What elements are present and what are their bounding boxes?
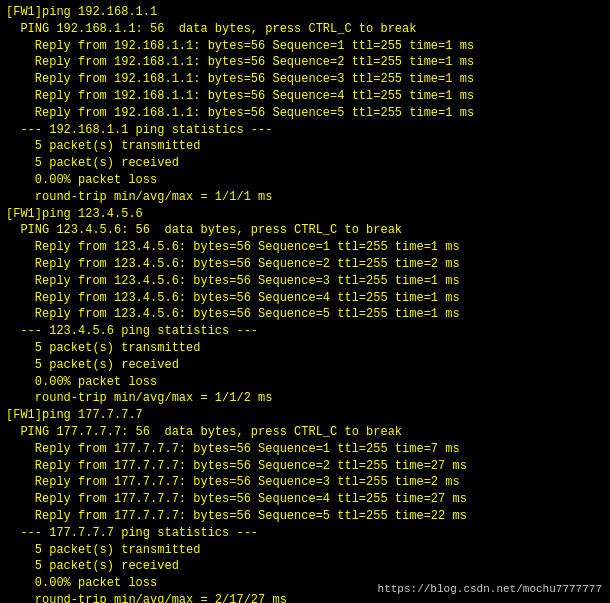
- terminal-line: --- 177.7.7.7 ping statistics ---: [6, 525, 604, 542]
- watermark: https://blog.csdn.net/mochu7777777: [378, 582, 602, 597]
- terminal-line: Reply from 192.168.1.1: bytes=56 Sequenc…: [6, 38, 604, 55]
- terminal-line: [FW1]ping 123.4.5.6: [6, 206, 604, 223]
- terminal-line: Reply from 123.4.5.6: bytes=56 Sequence=…: [6, 256, 604, 273]
- terminal-line: Reply from 177.7.7.7: bytes=56 Sequence=…: [6, 441, 604, 458]
- terminal-line: Reply from 177.7.7.7: bytes=56 Sequence=…: [6, 508, 604, 525]
- terminal-line: 0.00% packet loss: [6, 374, 604, 391]
- terminal-line: 5 packet(s) received: [6, 155, 604, 172]
- terminal-line: Reply from 177.7.7.7: bytes=56 Sequence=…: [6, 474, 604, 491]
- terminal-line: Reply from 123.4.5.6: bytes=56 Sequence=…: [6, 239, 604, 256]
- terminal-line: 5 packet(s) received: [6, 357, 604, 374]
- terminal-line: Reply from 192.168.1.1: bytes=56 Sequenc…: [6, 105, 604, 122]
- terminal-window: [FW1]ping 192.168.1.1 PING 192.168.1.1: …: [0, 0, 610, 603]
- terminal-line: Reply from 123.4.5.6: bytes=56 Sequence=…: [6, 290, 604, 307]
- terminal-line: [FW1]ping 192.168.1.1: [6, 4, 604, 21]
- terminal-line: --- 192.168.1.1 ping statistics ---: [6, 122, 604, 139]
- terminal-line: 5 packet(s) transmitted: [6, 340, 604, 357]
- terminal-line: [FW1]ping 177.7.7.7: [6, 407, 604, 424]
- terminal-line: 5 packet(s) received: [6, 558, 604, 575]
- terminal-output: [FW1]ping 192.168.1.1 PING 192.168.1.1: …: [6, 4, 604, 603]
- terminal-line: Reply from 123.4.5.6: bytes=56 Sequence=…: [6, 273, 604, 290]
- terminal-line: round-trip min/avg/max = 1/1/1 ms: [6, 189, 604, 206]
- terminal-line: Reply from 177.7.7.7: bytes=56 Sequence=…: [6, 458, 604, 475]
- terminal-line: PING 177.7.7.7: 56 data bytes, press CTR…: [6, 424, 604, 441]
- terminal-line: Reply from 192.168.1.1: bytes=56 Sequenc…: [6, 88, 604, 105]
- terminal-line: PING 123.4.5.6: 56 data bytes, press CTR…: [6, 222, 604, 239]
- terminal-line: 5 packet(s) transmitted: [6, 542, 604, 559]
- terminal-line: Reply from 177.7.7.7: bytes=56 Sequence=…: [6, 491, 604, 508]
- terminal-line: PING 192.168.1.1: 56 data bytes, press C…: [6, 21, 604, 38]
- terminal-line: Reply from 123.4.5.6: bytes=56 Sequence=…: [6, 306, 604, 323]
- terminal-line: 0.00% packet loss: [6, 172, 604, 189]
- terminal-line: round-trip min/avg/max = 1/1/2 ms: [6, 390, 604, 407]
- terminal-line: 5 packet(s) transmitted: [6, 138, 604, 155]
- terminal-line: Reply from 192.168.1.1: bytes=56 Sequenc…: [6, 71, 604, 88]
- terminal-line: Reply from 192.168.1.1: bytes=56 Sequenc…: [6, 54, 604, 71]
- terminal-line: --- 123.4.5.6 ping statistics ---: [6, 323, 604, 340]
